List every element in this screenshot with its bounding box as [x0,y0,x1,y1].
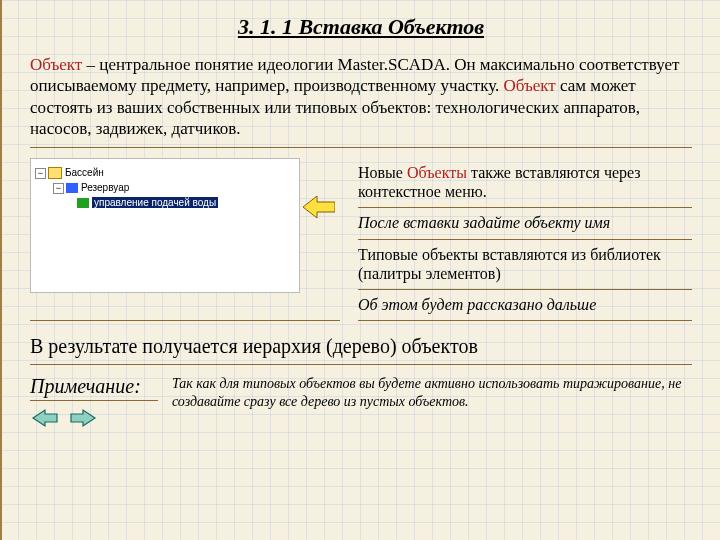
keyword-object-1: Объект [30,55,82,74]
footnote-text: Так как для типовых объектов вы будете а… [172,375,692,410]
pointer-arrow-icon [303,194,335,220]
tree-item-3-selected: управление подачей воды [92,197,218,208]
object-icon [77,198,89,208]
tree-item-1: Бассейн [65,167,104,178]
note1-a: Новые [358,164,407,181]
note-block-1: Новые Объекты также вставляются через ко… [358,158,692,208]
tree-screenshot-area: −Бассейн −Резервуар управление подачей в… [30,158,340,321]
page-title: 3. 1. 1 Вставка Объектов [30,14,692,40]
note-block-3: Типовые объекты вставляются из библиотек… [358,240,692,290]
nav-arrows [30,407,158,429]
svg-marker-0 [303,196,335,218]
next-button[interactable] [68,407,98,429]
intro-paragraph: Объект – центральное понятие идеологии M… [30,54,692,148]
folder-icon [48,167,62,179]
tree-item-2: Резервуар [81,182,129,193]
keyword-object-2: Объект [504,76,556,95]
object-tree: −Бассейн −Резервуар управление подачей в… [30,158,300,293]
footnote-label: Примечание: [30,375,158,401]
right-notes: Новые Объекты также вставляются через ко… [358,158,692,321]
prev-button[interactable] [30,407,60,429]
keyword-objects: Объекты [407,164,467,181]
result-line: В результате получается иерархия (дерево… [30,335,692,365]
svg-marker-2 [71,410,95,426]
svg-marker-1 [33,410,57,426]
object-icon [66,183,78,193]
note-block-2: После вставки задайте объекту имя [358,208,692,239]
note-block-4: Об этом будет рассказано дальше [358,290,692,321]
